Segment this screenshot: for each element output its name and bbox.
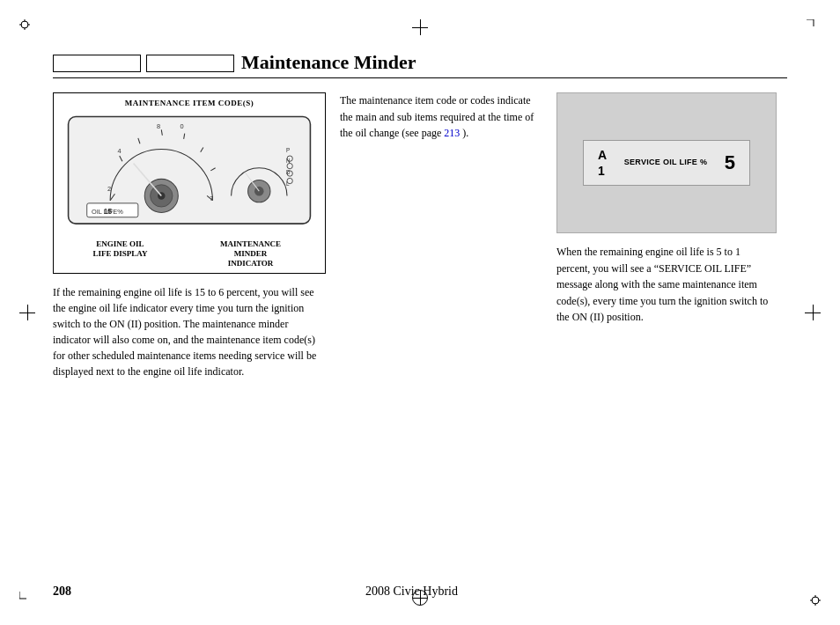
left-body-text: If the remaining engine oil life is 15 t… [53,284,326,379]
header-divider [53,77,787,78]
svg-text:N: N [286,158,291,164]
page: Maintenance Minder MAINTENANCE ITEM CODE… [0,0,840,625]
middle-column: The maintenance item code or codes indic… [340,92,542,379]
page-number: 208 [53,585,71,599]
center-mark-left [19,305,35,320]
svg-text:2: 2 [107,185,111,193]
footer: 208 2008 Civic Hybrid [53,585,787,599]
svg-text:P: P [286,147,290,153]
service-display-inner: A 1 SERVICE OIL LIFE % 5 [583,140,750,186]
svg-text:D: D [286,169,291,175]
right-body-text: When the remaining engine oil life is 5 … [556,244,777,326]
header-tabs [53,55,234,72]
middle-text-part2: ). [460,127,468,139]
diagram-top-label: MAINTENANCE ITEM CODE(S) [59,99,320,107]
page-title: Maintenance Minder [241,53,416,72]
service-display-text-area: SERVICE OIL LIFE % [617,158,714,168]
svg-text:L: L [286,180,290,187]
header-tab-2 [146,55,234,72]
corner-mark-tl [19,19,41,40]
corner-mark-bl [19,585,41,606]
header-tab-1 [53,55,141,72]
corner-mark-tr [799,19,821,40]
center-mark-top [412,19,428,35]
service-display-left: A 1 [598,148,607,178]
engine-oil-label: ENGINE OILLIFE DISPLAY [93,239,148,268]
maintenance-minder-label: MAINTENANCEMINDER INDICATOR [215,239,285,268]
service-display-percent: 5 [725,151,735,174]
header: Maintenance Minder [53,53,787,72]
svg-text:8: 8 [157,122,160,130]
service-display-number: 1 [598,164,605,178]
middle-text-part1: The maintenance item code or codes indic… [340,94,534,139]
page-link[interactable]: 213 [444,127,460,139]
diagram-bottom-labels: ENGINE OILLIFE DISPLAY MAINTENANCEMINDER… [59,239,320,268]
left-column: MAINTENANCE ITEM CODE(S) [53,92,326,379]
svg-text:4: 4 [118,147,122,155]
service-display-letter: A [598,148,607,162]
service-oil-life-text: SERVICE OIL LIFE % [617,158,714,168]
instrument-diagram: 2 4 8 0 7 [59,111,320,234]
service-display-box: A 1 SERVICE OIL LIFE % 5 [556,92,777,233]
right-column: A 1 SERVICE OIL LIFE % 5 When the remain… [556,92,777,379]
svg-point-0 [21,21,28,28]
svg-text:0: 0 [180,122,183,130]
middle-body-text: The maintenance item code or codes indic… [340,92,542,142]
corner-mark-br [799,585,821,606]
content-grid: MAINTENANCE ITEM CODE(S) [53,92,787,379]
svg-text:7: 7 [210,195,213,202]
diagram-box: MAINTENANCE ITEM CODE(S) [53,92,326,274]
footer-title: 2008 Civic Hybrid [71,585,752,599]
svg-text:15: 15 [104,207,113,216]
center-mark-right [805,305,821,320]
svg-point-9 [812,597,819,604]
